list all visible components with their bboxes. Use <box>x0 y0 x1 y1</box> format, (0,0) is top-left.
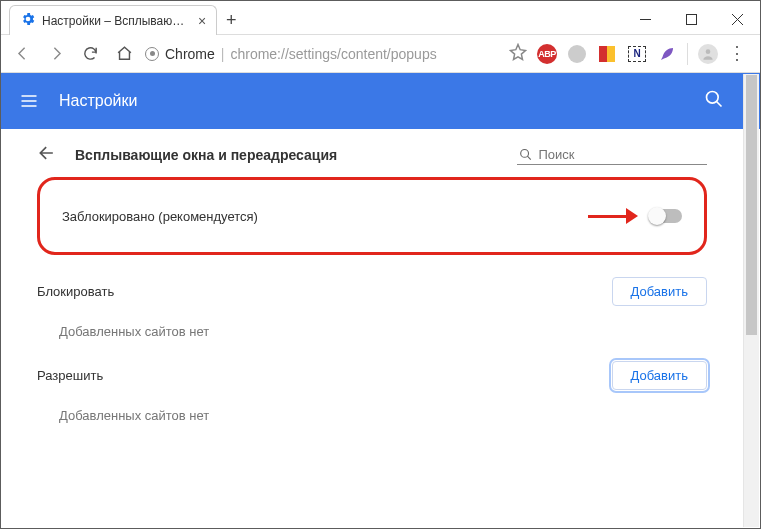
search-input[interactable] <box>538 147 705 162</box>
extension-n-icon[interactable]: N <box>627 44 647 64</box>
svg-point-2 <box>707 92 719 104</box>
allow-empty-message: Добавленных сайтов нет <box>59 408 707 423</box>
block-section: Блокировать Добавить Добавленных сайтов … <box>37 277 707 339</box>
extension-feather-icon[interactable] <box>657 44 677 64</box>
block-section-title: Блокировать <box>37 284 612 299</box>
extension-grey-icon[interactable] <box>567 44 587 64</box>
nav-forward-button <box>43 41 69 67</box>
svg-point-1 <box>706 49 711 54</box>
blocked-toggle-highlight: Заблокировано (рекомендуется) <box>37 177 707 255</box>
block-empty-message: Добавленных сайтов нет <box>59 324 707 339</box>
chrome-logo-icon <box>145 47 159 61</box>
svg-rect-0 <box>686 14 696 24</box>
allow-section-title: Разрешить <box>37 368 612 383</box>
header-search-icon[interactable] <box>704 89 724 113</box>
new-tab-button[interactable]: + <box>217 6 245 34</box>
minimize-button[interactable] <box>622 4 668 34</box>
reload-button[interactable] <box>77 41 103 67</box>
close-tab-icon[interactable]: × <box>198 14 206 28</box>
extension-colors-icon[interactable] <box>597 44 617 64</box>
annotation-arrow <box>588 208 638 224</box>
back-arrow-icon[interactable] <box>37 143 57 167</box>
url-host: Chrome <box>165 46 215 62</box>
vertical-scrollbar[interactable] <box>743 74 759 527</box>
tab-title: Настройки – Всплывающие окн <box>42 14 192 28</box>
address-bar: Chrome | chrome://settings/content/popup… <box>1 35 760 73</box>
bookmark-star-icon[interactable] <box>509 43 527 65</box>
section-search[interactable] <box>517 145 707 165</box>
section-header: Всплывающие окна и переадресация <box>37 143 707 167</box>
section-title: Всплывающие окна и переадресация <box>75 147 499 163</box>
page-title: Настройки <box>59 92 137 110</box>
profile-avatar-icon[interactable] <box>698 44 718 64</box>
scrollbar-thumb[interactable] <box>746 75 757 335</box>
allow-add-button[interactable]: Добавить <box>612 361 707 390</box>
allow-section: Разрешить Добавить Добавленных сайтов не… <box>37 361 707 423</box>
settings-header: Настройки <box>1 73 760 129</box>
close-window-button[interactable] <box>714 4 760 34</box>
page-viewport: Настройки Всплывающие окна и переадресац… <box>1 73 760 528</box>
settings-content: Всплывающие окна и переадресация Заблоки… <box>1 129 743 528</box>
home-button[interactable] <box>111 41 137 67</box>
hamburger-menu-icon[interactable] <box>19 91 39 111</box>
nav-back-button[interactable] <box>9 41 35 67</box>
blocked-toggle-switch[interactable] <box>650 209 682 223</box>
window-titlebar: Настройки – Всплывающие окн × + <box>1 1 760 35</box>
block-add-button[interactable]: Добавить <box>612 277 707 306</box>
browser-tab[interactable]: Настройки – Всплывающие окн × <box>9 5 217 35</box>
url-display[interactable]: Chrome | chrome://settings/content/popup… <box>145 46 501 62</box>
gear-icon <box>20 11 36 30</box>
adblock-icon[interactable]: ABP <box>537 44 557 64</box>
blocked-toggle-label: Заблокировано (рекомендуется) <box>62 209 588 224</box>
toggle-knob <box>648 207 666 225</box>
search-icon <box>519 147 532 162</box>
svg-point-3 <box>521 149 529 157</box>
maximize-button[interactable] <box>668 4 714 34</box>
window-controls <box>622 4 760 34</box>
toolbar-icons: ABP N ⋮ <box>509 43 752 65</box>
menu-kebab-icon[interactable]: ⋮ <box>728 48 746 59</box>
url-path: chrome://settings/content/popups <box>230 46 436 62</box>
divider <box>687 43 688 65</box>
